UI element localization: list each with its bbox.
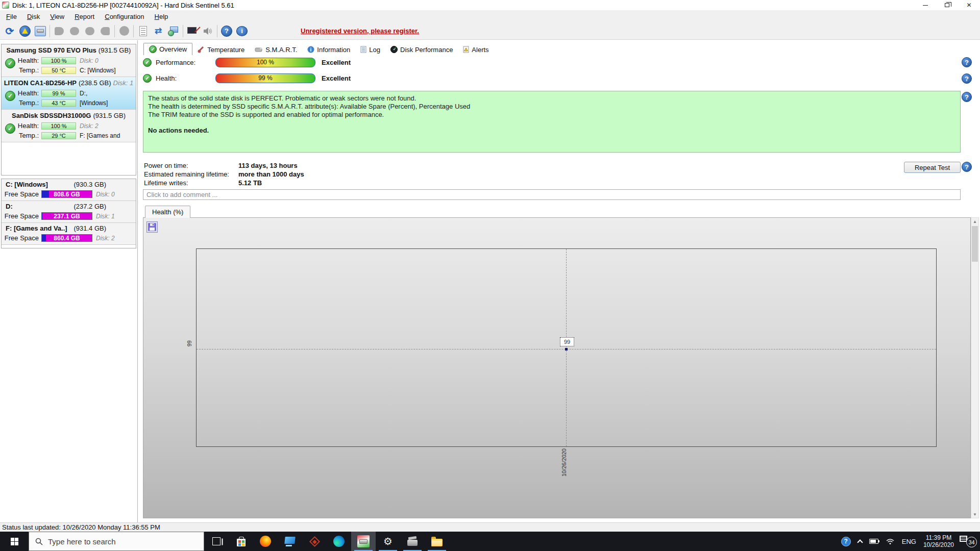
health-ok-icon: ✓ [5, 91, 15, 101]
app-icon [2, 2, 9, 9]
monitor-icon [284, 537, 295, 544]
menu-file[interactable]: File [1, 11, 22, 22]
help-test-icon[interactable]: ? [962, 162, 972, 172]
start-button[interactable] [0, 532, 29, 551]
file-explorer-button[interactable] [425, 532, 449, 551]
firefox-button[interactable] [253, 532, 278, 551]
report-button[interactable] [135, 24, 151, 38]
thermometer-icon [198, 46, 205, 53]
omen-button[interactable] [302, 532, 327, 551]
task-view-button[interactable] [204, 532, 229, 551]
health-bar: 99 % [41, 90, 76, 97]
free-space-label: Free Space [2, 234, 41, 242]
help-button[interactable]: ? [219, 24, 234, 38]
search-icon [35, 538, 43, 545]
health-value: 99 % [52, 90, 65, 96]
menu-view[interactable]: View [45, 11, 69, 22]
settings-button[interactable] [185, 24, 200, 38]
hard-disk-sentinel-taskbar-button[interactable] [351, 532, 376, 551]
minimize-button[interactable] [914, 0, 936, 10]
info-button[interactable]: i [234, 24, 250, 38]
vertical-scrollbar[interactable]: ▲ ▼ [971, 217, 979, 518]
tab-label: Alerts [472, 46, 488, 54]
toolbar-separator [133, 25, 134, 37]
tab-temperature[interactable]: Temperature [192, 44, 250, 55]
windows-logo-icon [11, 538, 18, 545]
save-chart-button[interactable] [146, 221, 158, 233]
toolbar-separator [183, 25, 183, 37]
settings-taskbar-button[interactable]: ⚙ [376, 532, 400, 551]
disk-clock-icon [70, 27, 79, 35]
clock-date: 10/26/2020 [923, 541, 954, 548]
scroll-down-arrow[interactable]: ▼ [971, 511, 978, 518]
scrollbar-thumb[interactable] [972, 226, 978, 262]
close-button[interactable]: ✕ [958, 0, 980, 10]
health-plot-area: 99 [196, 248, 937, 447]
help-performance-icon[interactable]: ? [962, 57, 972, 67]
gear-icon: ⚙ [383, 536, 393, 546]
repeat-test-button[interactable]: Repeat Test [904, 162, 961, 173]
restore-button[interactable] [936, 0, 958, 10]
tab-smart[interactable]: S.M.A.R.T. [250, 44, 302, 55]
battery-tray-button[interactable] [866, 532, 882, 551]
language-tray-button[interactable]: ENG [898, 532, 920, 551]
tab-log[interactable]: Log [355, 44, 385, 55]
health-bar: 100 % [41, 57, 76, 64]
help-status-icon[interactable]: ? [962, 92, 972, 102]
clock-tray-button[interactable]: 11:39 PM 10/26/2020 [920, 532, 958, 551]
check-icon: ✓ [143, 74, 152, 83]
tab-alerts[interactable]: Alerts [458, 44, 494, 55]
display-app-button[interactable] [278, 532, 302, 551]
chart-tab-health[interactable]: Health (%) [145, 206, 190, 218]
send-report-button[interactable]: ⇄ [151, 24, 166, 38]
tab-overview[interactable]: ✓ Overview [143, 43, 192, 55]
network-tray-button[interactable] [882, 532, 898, 551]
health-label: Health: [156, 74, 215, 82]
microsoft-store-button[interactable] [229, 532, 253, 551]
menu-help[interactable]: Help [150, 11, 174, 22]
partition-entry-c[interactable]: C: [Windows] (930.3 GB) Free Space 808.6… [2, 179, 136, 201]
disk-size: (931.5 GB) [99, 46, 131, 54]
tab-information[interactable]: i Information [302, 44, 355, 55]
free-space-bar: 808.6 GB [41, 190, 92, 198]
hds-tray-button[interactable]: ? [838, 532, 854, 551]
disk-entry-samsung[interactable]: Samsung SSD 970 EVO Plus (931.5 GB) ✓ He… [2, 44, 136, 77]
scroll-up-arrow[interactable]: ▲ [971, 218, 978, 225]
disk-test-icon [55, 27, 64, 35]
comment-input[interactable] [143, 189, 961, 200]
action-center-button[interactable]: 34 [958, 532, 977, 551]
disk-overview-button[interactable] [33, 24, 48, 38]
close-icon: ✕ [966, 2, 971, 8]
status-no-actions: No actions needed. [148, 127, 955, 135]
alert-settings-button[interactable] [17, 24, 33, 38]
partition-entry-d[interactable]: D: (237.2 GB) Free Space 237.1 GB Disk: … [2, 201, 136, 223]
sound-button[interactable] [200, 24, 215, 38]
disk-utility-taskbar-button[interactable] [400, 532, 425, 551]
refresh-button[interactable]: ⟳ [2, 24, 17, 38]
menu-report[interactable]: Report [69, 11, 100, 22]
edge-button[interactable] [327, 532, 351, 551]
titlebar: Disk: 1, LITEON CA1-8D256-HP [0027441009… [0, 0, 980, 10]
disk-entry-liteon-selected[interactable]: LITEON CA1-8D256-HP (238.5 GB) Disk: 1 ✓… [2, 77, 136, 110]
help-health-icon[interactable]: ? [962, 73, 972, 84]
disk-number-label: Disk: 2 [80, 122, 99, 130]
partition-name: C: [Windows] [6, 181, 48, 188]
alerts-icon [463, 46, 469, 53]
taskbar: Type here to search ⚙ ? ENG 11:39 PM 10/… [0, 532, 980, 551]
network-button[interactable] [166, 24, 181, 38]
register-link[interactable]: Unregistered version, please register. [301, 27, 419, 35]
search-placeholder: Type here to search [48, 537, 116, 546]
taskbar-search[interactable]: Type here to search [29, 532, 204, 551]
tab-disk-performance[interactable]: Disk Performance [385, 44, 458, 55]
menu-configuration[interactable]: Configuration [100, 11, 149, 22]
health-chart-panel: 99 99 10/26/2020 [143, 217, 971, 518]
disk-verify-button-disabled [82, 24, 97, 38]
disk-entry-sandisk[interactable]: SanDisk SDSSDH31000G (931.5 GB) ✓ Health… [2, 110, 136, 142]
data-point-label: 99 [560, 337, 574, 346]
menu-disk[interactable]: Disk [22, 11, 45, 22]
status-line: The TRIM feature of the SSD is supported… [148, 111, 955, 119]
show-hidden-icons-button[interactable] [854, 532, 866, 551]
partition-entry-f[interactable]: F: [Games and Va..] (931.4 GB) Free Spac… [2, 223, 136, 245]
free-space-label: Free Space [2, 212, 41, 220]
disk-size: (238.5 GB) [79, 79, 111, 87]
